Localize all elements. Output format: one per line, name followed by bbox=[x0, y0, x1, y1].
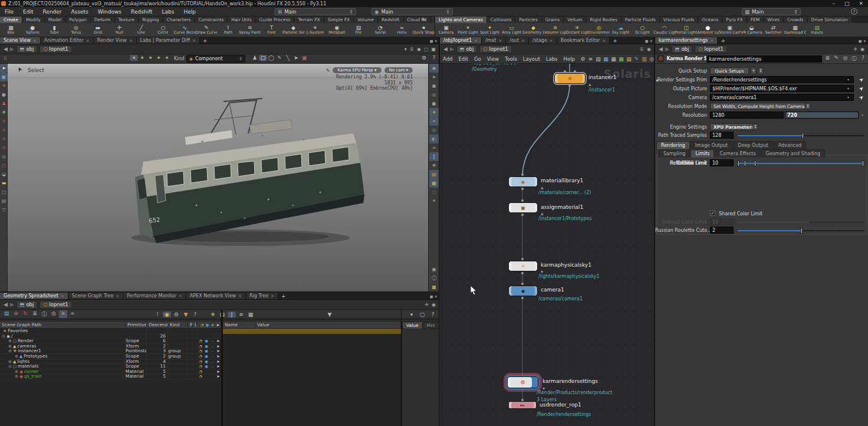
path-node-chip[interactable]: ⬠lopnet1 bbox=[40, 301, 71, 309]
grid-icon[interactable]: ▦ bbox=[246, 312, 255, 317]
limit-slider[interactable] bbox=[738, 163, 864, 164]
scene-graph-row[interactable]: ⊕◉corner Material 5 ◔ ● ‒ ➤ bbox=[0, 369, 221, 375]
network-list-icon[interactable]: ▤ bbox=[594, 56, 602, 62]
star-column-icon[interactable]: ★ bbox=[210, 322, 215, 329]
close-tab-icon[interactable]: × bbox=[61, 294, 64, 299]
value-tab[interactable]: Value bbox=[402, 322, 423, 329]
pane-tab[interactable]: karmarendersettings× bbox=[655, 37, 718, 44]
shelf-tool[interactable]: ▬Grid bbox=[87, 23, 108, 37]
orient-ring-icon[interactable]: ◎ bbox=[0, 152, 8, 161]
nav-forward-icon[interactable]: ▶ bbox=[10, 302, 14, 307]
node-instancer1[interactable]: ✻ bbox=[554, 73, 586, 84]
shelf-tool[interactable]: ⌇Path bbox=[217, 23, 239, 37]
tram-3d-model[interactable]: 652 bbox=[114, 87, 373, 258]
param-sliders-icon[interactable]: ≣ bbox=[824, 55, 831, 63]
path-node-chip[interactable]: ⬠lopnet1 bbox=[479, 45, 511, 53]
pane-tab[interactable]: /obj/lopnet1× bbox=[440, 37, 482, 44]
param-info-icon[interactable]: ⓘ bbox=[851, 55, 857, 63]
shelf-tool[interactable]: ▮Tube bbox=[44, 23, 65, 37]
column-header[interactable]: Descendan bbox=[147, 322, 168, 329]
character-pose-icon[interactable]: ♟ bbox=[0, 99, 8, 108]
shelf-tool[interactable]: ◠Caustic Light bbox=[653, 23, 675, 37]
select-flag-icon[interactable]: ➤ bbox=[215, 344, 221, 349]
shelf-tool[interactable]: ≋Volume Light bbox=[544, 23, 566, 37]
snap-magnet2-icon[interactable]: ∩ bbox=[0, 126, 8, 135]
pane-tab[interactable]: Rig Tree× bbox=[246, 293, 278, 299]
network-editor[interactable]: Solaris /obj/GEO_conct/OUT /Geometry ✻ i… bbox=[439, 64, 655, 426]
viewport-gear-icon[interactable]: ⚙ bbox=[420, 55, 428, 61]
menu-item[interactable]: Render bbox=[38, 9, 67, 15]
kind-dropdown[interactable]: ◉ Component ↕ bbox=[186, 55, 245, 63]
shelf-tab[interactable]: Particles bbox=[515, 17, 542, 23]
mini-dropdown-icon[interactable]: ▾ bbox=[407, 312, 416, 317]
link-pane-icon[interactable]: ▢ bbox=[424, 47, 429, 52]
spreadsheet-body[interactable] bbox=[223, 329, 401, 426]
shelf-tab[interactable]: Wires bbox=[764, 17, 784, 23]
maximize-button[interactable]: □ bbox=[844, 1, 850, 6]
anim-flag-icon[interactable]: ◔ bbox=[198, 369, 203, 374]
params-tab[interactable]: Deep Output bbox=[733, 141, 772, 149]
desktop-selector-2[interactable]: ◉ Main ↕ bbox=[371, 8, 453, 15]
pane-tab[interactable]: /out× bbox=[506, 37, 529, 44]
expand-icon[interactable]: ⊖ bbox=[8, 349, 12, 353]
viewport-info-icon[interactable]: ⓘ bbox=[429, 274, 439, 283]
resolution-mode-dropdown[interactable]: Set Width, Compute Height from Camera bbox=[710, 103, 808, 110]
frame-pane-icon[interactable]: ▣ bbox=[431, 47, 436, 52]
hdri-ball-icon[interactable]: ◐ bbox=[429, 135, 439, 143]
param-help-icon[interactable]: ? bbox=[860, 55, 866, 63]
params-subtab[interactable]: Geometry and Shading bbox=[761, 149, 826, 158]
anim-flag-icon[interactable]: ◔ bbox=[198, 354, 203, 359]
menu-item[interactable]: Help bbox=[179, 9, 201, 15]
shelf-tool[interactable]: ○Circle bbox=[152, 23, 174, 37]
network-menu-item[interactable]: Help bbox=[561, 56, 578, 62]
node-assignmaterial1[interactable]: ▣ bbox=[508, 202, 538, 213]
column-header[interactable]: Primitive T bbox=[126, 322, 147, 329]
menu-item[interactable]: Edit bbox=[18, 9, 38, 15]
shelf-tool[interactable]: ★Quick Shapes bbox=[413, 23, 435, 37]
close-tab-icon[interactable]: × bbox=[521, 38, 525, 43]
edit-display-icon[interactable]: ✎ bbox=[326, 68, 330, 73]
pane-tab[interactable]: Labs | Parameter Diff× bbox=[137, 37, 200, 44]
shelf-tab[interactable]: Drive Simulation bbox=[808, 17, 852, 23]
metadata-tab[interactable]: Met bbox=[423, 322, 439, 329]
network-menu-item[interactable]: Layout bbox=[520, 56, 543, 62]
params-tab[interactable]: Image Output bbox=[691, 141, 732, 149]
updown-icon[interactable]: ↕ bbox=[758, 67, 764, 74]
tree-colored-icon[interactable]: ❖ bbox=[209, 312, 217, 317]
shelf-tool[interactable]: ◎Environment Light bbox=[588, 23, 610, 37]
box-select-icon[interactable]: ▢ bbox=[259, 55, 267, 61]
visibility-flag-icon[interactable]: ● bbox=[203, 359, 209, 364]
dropdown-icon[interactable]: ▾ bbox=[847, 95, 849, 99]
desktop-selector-1[interactable]: ⊞ Main ↕ bbox=[275, 8, 356, 15]
russian-roulette-slider[interactable] bbox=[738, 230, 864, 231]
network-grid2-icon[interactable]: ▦ bbox=[610, 56, 617, 62]
params-subtab[interactable]: Sampling bbox=[659, 149, 690, 158]
shelf-tab[interactable]: Grains bbox=[542, 17, 564, 23]
render-settings-prim-field[interactable]: /Render/rendersettings bbox=[710, 76, 854, 83]
shelf-tool[interactable]: ◆Platonic Solids bbox=[282, 23, 304, 37]
pick-column-icon[interactable]: ➤ bbox=[215, 322, 221, 329]
maximize-pane-icon[interactable]: ◼ bbox=[430, 39, 433, 44]
close-tab-icon[interactable]: × bbox=[129, 38, 133, 43]
expand-icon[interactable]: ⊕ bbox=[8, 344, 12, 349]
pane-tab[interactable]: Scene Graph Tree× bbox=[68, 293, 124, 299]
shelf-tab[interactable]: Texture bbox=[115, 17, 139, 23]
shelf-tool[interactable]: ≈Helix bbox=[391, 23, 413, 37]
shelf-tool[interactable]: ∿Curve Bezier bbox=[174, 23, 196, 37]
scene-graph-row[interactable]: ⊖◉/ 26 ◔ ● ‒ ➤ bbox=[0, 334, 221, 339]
network-menu-item[interactable]: View bbox=[484, 56, 502, 62]
flare-icon[interactable]: ✶ bbox=[429, 196, 439, 205]
select-geo-filter-icon[interactable]: ✶ bbox=[138, 55, 146, 61]
expand-icon[interactable]: ⊕ bbox=[15, 374, 18, 379]
add-prim-icon[interactable]: ⊕ bbox=[12, 310, 20, 318]
link-icon[interactable]: ∞ bbox=[59, 310, 67, 318]
dropdown-icon[interactable]: ▾ bbox=[847, 86, 849, 90]
brush-select-icon[interactable]: ✎ bbox=[275, 55, 284, 61]
shelf-tool[interactable]: ☀Distant Light bbox=[566, 23, 588, 37]
shelf-tool[interactable]: ○GI Light bbox=[632, 23, 653, 37]
node-name-field[interactable]: karmarendersettings bbox=[706, 55, 822, 63]
gear-icon[interactable]: ⚙ bbox=[172, 312, 180, 317]
node-karmarendersettings[interactable]: ⚙ bbox=[507, 376, 538, 388]
nav-forward-icon[interactable]: ▶ bbox=[665, 46, 669, 52]
headlight-icon[interactable]: ☀ bbox=[429, 108, 439, 117]
